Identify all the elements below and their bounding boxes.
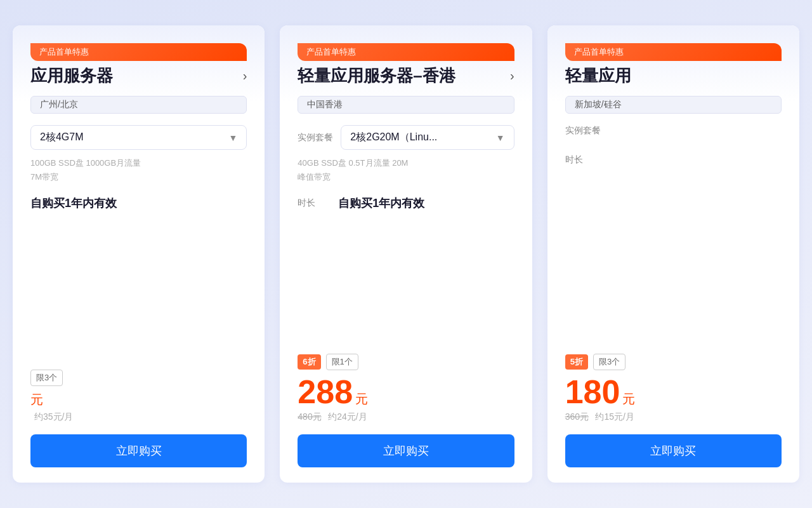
duration-label-3: 时长 [565, 154, 598, 166]
price-sub-2: 480元 约24元/月 [298, 411, 514, 423]
package-value-1: 2核4G7M [40, 131, 83, 144]
cards-container: 产品首单特惠 应用服务器 › 广州/北京 2核4G7M ▼ 100GB SSD盘… [0, 0, 812, 508]
card-server-3: 产品首单特惠 轻量应用 新加坡/硅谷 实例套餐 时长 5折 限3个 180 元 … [547, 25, 799, 483]
price-number-3: 180 [565, 375, 620, 408]
duration-value-1: 自购买1年内有效 [30, 196, 117, 211]
discount-badge-2: 6折 [298, 354, 320, 370]
specs-text-2: 40GB SSD盘 0.5T月流量 20M峰值带宽 [298, 156, 514, 184]
card-title-2: 轻量应用服务器–香港 [298, 65, 505, 87]
discount-badge-3: 5折 [565, 354, 588, 370]
price-monthly-3: 约15元/月 [595, 411, 634, 422]
price-main-3: 180 元 [565, 375, 782, 408]
card-title-row-3: 轻量应用 [565, 65, 782, 87]
card-title-row-1: 应用服务器 › [30, 65, 247, 87]
limit-badge-3: 限3个 [593, 354, 625, 370]
price-section-3: 5折 限3个 180 元 360元 约15元/月 [565, 354, 782, 423]
card-server-1: 产品首单特惠 应用服务器 › 广州/北京 2核4G7M ▼ 100GB SSD盘… [13, 25, 265, 483]
badges-row-3: 5折 限3个 [565, 354, 782, 370]
price-main-1: 元 [30, 391, 247, 408]
badges-row-2: 6折 限1个 [298, 354, 514, 370]
price-unit-2: 元 [355, 391, 368, 408]
first-order-badge-3: 产品首单特惠 [565, 43, 782, 61]
first-order-badge-1: 产品首单特惠 [30, 43, 247, 61]
region-tag-1: 广州/北京 [30, 96, 247, 114]
price-main-2: 288 元 [298, 375, 514, 408]
price-original-3: 360元 [565, 411, 589, 422]
price-section-1: 限3个 元 约35元/月 [30, 370, 247, 423]
price-section-2: 6折 限1个 288 元 480元 约24元/月 [298, 354, 514, 423]
specs-text-1: 100GB SSD盘 1000GB月流量7M带宽 [30, 156, 247, 184]
limit-badge-1: 限3个 [30, 370, 63, 386]
buy-button-2[interactable]: 立即购买 [298, 434, 514, 467]
price-sub-1: 约35元/月 [30, 411, 247, 423]
region-tag-2: 中国香港 [298, 96, 514, 114]
package-value-2: 2核2G20M（Linu... [350, 131, 437, 144]
price-unit-1: 元 [30, 391, 43, 408]
limit-badge-2: 限1个 [326, 354, 358, 370]
price-original-2: 480元 [298, 411, 321, 422]
duration-row-2: 时长 自购买1年内有效 [298, 196, 514, 211]
package-row-1: 2核4G7M ▼ [30, 125, 247, 150]
price-monthly-1: 约35元/月 [34, 411, 73, 422]
price-number-2: 288 [298, 375, 353, 408]
package-select-2[interactable]: 2核2G20M（Linu... ▼ [341, 125, 514, 150]
package-arrow-1: ▼ [228, 133, 237, 143]
card-title-row-2: 轻量应用服务器–香港 › [298, 65, 514, 87]
duration-row-1: 自购买1年内有效 [30, 196, 247, 211]
badges-row-1: 限3个 [30, 370, 247, 386]
region-tag-3: 新加坡/硅谷 [565, 96, 782, 114]
card-arrow-2[interactable]: › [510, 69, 514, 83]
duration-value-2: 自购买1年内有效 [338, 196, 424, 211]
package-select-1[interactable]: 2核4G7M ▼ [30, 125, 247, 150]
card-title-1: 应用服务器 [30, 65, 238, 87]
buy-button-1[interactable]: 立即购买 [30, 434, 247, 467]
card-arrow-1[interactable]: › [243, 69, 247, 83]
package-row-3: 实例套餐 [565, 125, 782, 137]
package-row-2: 实例套餐 2核2G20M（Linu... ▼ [298, 125, 514, 150]
duration-label-2: 时长 [298, 197, 331, 209]
package-arrow-2: ▼ [496, 133, 505, 143]
package-label-3: 实例套餐 [565, 125, 601, 137]
duration-row-3: 时长 [565, 154, 782, 166]
card-title-3: 轻量应用 [565, 65, 631, 87]
price-monthly-2: 约24元/月 [328, 411, 367, 422]
package-label-2: 实例套餐 [298, 132, 333, 144]
price-unit-3: 元 [622, 391, 635, 408]
buy-button-3[interactable]: 立即购买 [565, 434, 782, 467]
card-server-2: 产品首单特惠 轻量应用服务器–香港 › 中国香港 实例套餐 2核2G20M（Li… [280, 25, 532, 483]
price-sub-3: 360元 约15元/月 [565, 411, 782, 423]
first-order-badge-2: 产品首单特惠 [298, 43, 514, 61]
